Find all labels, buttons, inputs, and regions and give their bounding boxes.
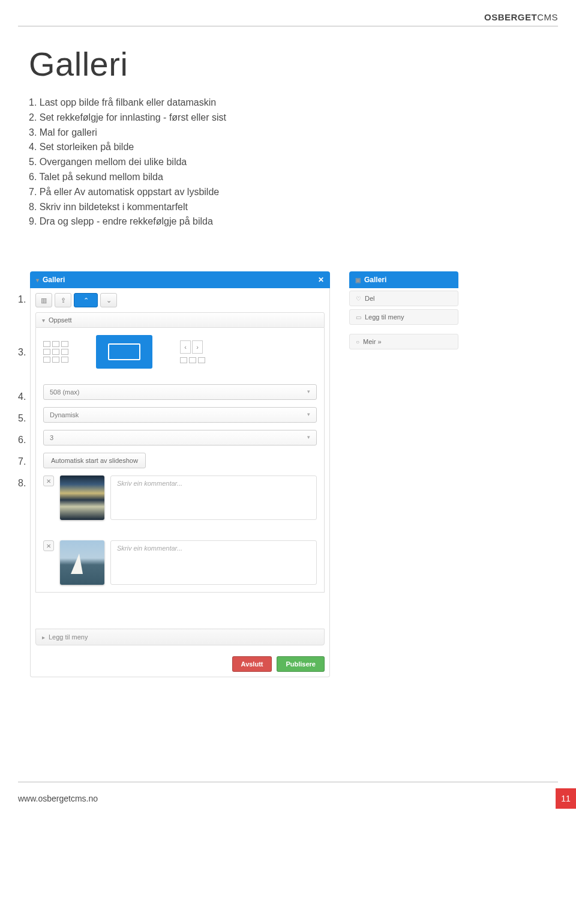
instructions-list: 1. Last opp bilde frå filbank eller data…: [29, 95, 576, 229]
order-last-button[interactable]: ⌄: [100, 293, 117, 307]
instruction-item: 3. Mal for galleri: [29, 125, 576, 140]
sidebar-item-more[interactable]: ○ Meir »: [349, 334, 458, 349]
instruction-item: 5. Overgangen mellom dei ulike bilda: [29, 155, 576, 170]
sidebar-item-label: Del: [365, 295, 375, 302]
comment-input[interactable]: Skriv ein kommentar...: [110, 540, 317, 585]
transition-select[interactable]: Dynamisk: [43, 407, 317, 423]
footer-url: www.osbergetcms.no: [18, 794, 98, 803]
callout-7: 7.: [18, 456, 26, 467]
upload-filebank-button[interactable]: ▥: [35, 293, 52, 307]
instruction-item: 6. Talet på sekund mellom bilda: [29, 170, 576, 185]
callout-4: 4.: [18, 391, 26, 402]
side-panel-header[interactable]: ▣ Galleri: [349, 271, 458, 288]
add-menu-button[interactable]: ▸ Legg til meny: [35, 629, 325, 645]
brand-light: CMS: [537, 12, 558, 22]
template-carousel[interactable]: ‹›: [180, 340, 205, 363]
seconds-select[interactable]: 3: [43, 430, 317, 445]
size-select[interactable]: 508 (max): [43, 384, 317, 400]
arrow-left-icon: ‹: [180, 340, 191, 354]
brand-bold: OSBERGET: [484, 12, 537, 22]
callout-6: 6.: [18, 435, 26, 445]
chevron-down-icon: ▾: [42, 317, 45, 324]
cancel-button[interactable]: Avslutt: [232, 656, 272, 672]
sidebar-item-addmenu[interactable]: ▭ Legg til meny: [349, 309, 458, 325]
sidebar-item-label: Meir »: [363, 338, 382, 345]
order-first-button[interactable]: ⌃: [74, 293, 98, 307]
close-icon[interactable]: ✕: [318, 276, 324, 284]
panel-title: Galleri: [43, 276, 65, 284]
add-menu-label: Legg til meny: [49, 633, 88, 641]
arrow-right-icon: ›: [192, 340, 203, 354]
screenshot-area: 1. 2. 3. 4. 5. 6. 7. 8. 9. ▾ Galleri ✕ ▥…: [18, 271, 558, 704]
instruction-item: 4. Set storleiken på bilde: [29, 140, 576, 155]
header-divider: [18, 26, 558, 26]
layout-template-options: ‹›: [43, 335, 317, 369]
gallery-thumbnail[interactable]: [60, 476, 104, 520]
gallery-side-panel: ▣ Galleri ♡ Del ▭ Legg til meny ○ Meir »: [349, 271, 458, 352]
folder-icon: ▭: [356, 314, 361, 321]
chevron-down-icon: ▾: [36, 277, 39, 283]
page-header: OSBERGETCMS: [0, 0, 576, 26]
accordion-body: ‹› 508 (max) Dynamisk 3 Automatisk start…: [35, 328, 325, 593]
gallery-thumbnail[interactable]: [60, 540, 104, 585]
callout-3: 3.: [18, 347, 26, 358]
image-row[interactable]: ✕ Skriv ein kommentar...: [43, 540, 317, 585]
image-icon: ▣: [355, 277, 361, 283]
comment-input[interactable]: Skriv ein kommentar...: [110, 476, 317, 520]
heart-icon: ♡: [356, 295, 361, 302]
side-panel-title: Galleri: [364, 276, 386, 284]
template-slideshow[interactable]: [96, 335, 152, 369]
page-title: Galleri: [29, 44, 576, 83]
remove-image-button[interactable]: ✕: [43, 476, 54, 486]
chevron-right-icon: ▸: [42, 634, 45, 641]
instruction-item: 9. Dra og slepp - endre rekkefølgje på b…: [29, 214, 576, 229]
accordion-oppsett[interactable]: ▾ Oppsett: [35, 312, 325, 328]
publish-button[interactable]: Publisere: [277, 656, 325, 672]
upload-computer-button[interactable]: ⇪: [55, 293, 71, 307]
panel-header[interactable]: ▾ Galleri ✕: [30, 271, 330, 288]
autostart-toggle[interactable]: Automatisk start av slideshow: [43, 453, 146, 468]
gallery-editor-panel: ▾ Galleri ✕ ▥ ⇪ ⌃ ⌄ ▾ Oppsett: [30, 271, 330, 677]
instruction-item: 2. Set rekkefølgje for innlasting - førs…: [29, 110, 576, 125]
image-row[interactable]: ✕ Skriv ein kommentar...: [43, 476, 317, 520]
plus-icon: ○: [356, 339, 359, 345]
action-buttons: Avslutt Publisere: [35, 656, 325, 672]
callout-1: 1.: [18, 294, 26, 305]
panel-body: ▥ ⇪ ⌃ ⌄ ▾ Oppsett: [30, 288, 330, 677]
instruction-item: 1. Last opp bilde frå filbank eller data…: [29, 95, 576, 110]
sidebar-item-label: Legg til meny: [365, 313, 404, 321]
instruction-item: 8. Skriv inn bildetekst i kommentarfelt: [29, 200, 576, 215]
page-footer: www.osbergetcms.no 11: [18, 782, 558, 809]
template-grid[interactable]: [43, 341, 68, 363]
accordion-label: Oppsett: [49, 316, 72, 324]
instruction-item: 7. På eller Av automatisk oppstart av ly…: [29, 185, 576, 200]
remove-image-button[interactable]: ✕: [43, 540, 54, 551]
callout-5: 5.: [18, 413, 26, 424]
sidebar-item-share[interactable]: ♡ Del: [349, 291, 458, 306]
page-number: 11: [556, 788, 576, 809]
upload-toolbar: ▥ ⇪ ⌃ ⌄: [35, 293, 325, 307]
callout-8: 8.: [18, 478, 26, 489]
